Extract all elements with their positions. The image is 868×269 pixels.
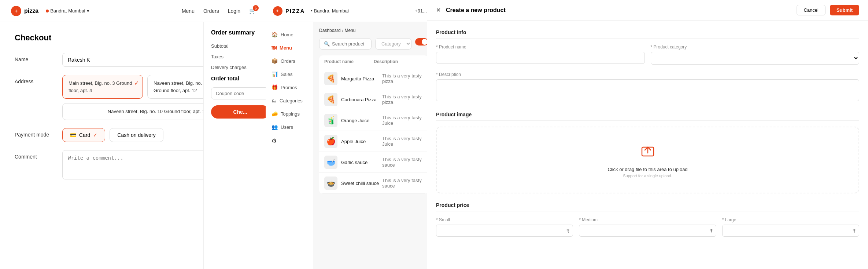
category-select[interactable]: Category (375, 38, 411, 50)
home-icon: 🏠 (272, 32, 278, 37)
toggle-switch[interactable] (415, 38, 428, 46)
product-name-1: Carbonara Pizza (341, 97, 382, 102)
menu-link[interactable]: Menu (182, 8, 195, 14)
product-name-0: Margarita Pizza (341, 76, 382, 81)
small-currency-symbol: ₹ (566, 228, 569, 233)
small-price-input[interactable] (436, 225, 573, 237)
dash-logo-icon: + (273, 6, 282, 16)
product-name-input[interactable] (436, 52, 645, 64)
cart-badge: 6 (253, 5, 259, 11)
product-image-section-title: Product image (436, 112, 859, 121)
payment-card-label-1: Cash on delivery (117, 132, 155, 138)
payment-check-icon: ✓ (93, 132, 97, 138)
panel-body: Product info * Product name * Product ca… (427, 21, 868, 269)
sales-icon: 📊 (272, 71, 278, 77)
delivery-label: Delivery charges (211, 65, 247, 70)
table-row[interactable]: 🍕 Margarita Pizza This is a very tasty p… (319, 68, 428, 89)
panel-actions: Cancel Submit (797, 5, 859, 15)
panel-title: Create a new product (446, 7, 506, 14)
settings-icon: ⚙ (272, 138, 277, 144)
small-label: * Small (436, 217, 573, 222)
product-name-3: Apple Juice (341, 139, 382, 144)
close-icon[interactable]: ✕ (436, 7, 441, 14)
address-card-text-1: Naveen street, Blg. no. 10 Ground floor,… (154, 80, 208, 93)
col-header-desc: Description (374, 59, 423, 64)
sidebar-item-menu[interactable]: 🍽 Menu (266, 41, 313, 54)
card-icon: 💳 (70, 132, 76, 138)
product-thumb-2: 🧃 (324, 114, 337, 127)
sidebar-item-sales[interactable]: 📊 Sales (266, 68, 313, 81)
subtotal-row: Subtotal (211, 43, 269, 49)
search-filter-row: 🔍 Category (319, 38, 428, 50)
sidebar-label-home: Home (281, 32, 293, 37)
search-input[interactable] (332, 41, 367, 47)
sidebar-item-orders[interactable]: 📦 Orders (266, 54, 313, 68)
medium-currency-symbol: ₹ (710, 228, 713, 233)
promos-icon: 🎁 (272, 84, 278, 90)
product-thumb-4: 🥣 (324, 156, 337, 169)
product-category-field-wrap: * Product category (651, 44, 860, 65)
medium-price-wrap: * Medium ₹ (579, 217, 716, 237)
medium-price-input-wrap: ₹ (579, 225, 716, 237)
sidebar-item-toppings[interactable]: 🧀 Toppings (266, 107, 313, 120)
login-link[interactable]: Login (228, 8, 240, 14)
taxes-row: Taxes (211, 54, 269, 59)
location-dot (46, 10, 49, 12)
order-summary-title: Order summary (211, 29, 269, 36)
cart-button[interactable]: 🛒 6 (249, 7, 256, 14)
payment-label: Payment mode (15, 128, 55, 138)
product-name-5: Sweet chilli sauce (341, 181, 382, 186)
sidebar-label-users: Users (281, 124, 293, 130)
large-price-input[interactable] (722, 225, 859, 237)
subtotal-label: Subtotal (211, 43, 229, 49)
description-label: * Description (436, 72, 859, 77)
coupon-input[interactable] (211, 87, 269, 99)
address-input-text: Naveen street, Blg. no. 10 Ground floor,… (108, 109, 207, 114)
table-row[interactable]: 🍎 Apple Juice This is a very tasty Juice (319, 131, 428, 152)
product-name-2: Orange Juice (341, 118, 382, 123)
sidebar-label-sales: Sales (281, 72, 293, 77)
sidebar-label-orders: Orders (281, 58, 295, 64)
submit-button[interactable]: Submit (830, 5, 859, 15)
payment-card-cod[interactable]: Cash on delivery (110, 128, 163, 142)
medium-label: * Medium (579, 217, 716, 222)
table-row[interactable]: 🍲 Sweet chilli sauce This is a very tast… (319, 173, 428, 194)
users-icon: 👥 (272, 124, 278, 130)
sidebar-item-users[interactable]: 👥 Users (266, 120, 313, 134)
nav-links: Menu Orders Login 🛒 6 (182, 7, 256, 14)
product-thumb-5: 🍲 (324, 177, 337, 190)
categories-icon: 🗂 (272, 98, 277, 103)
table-header: Product name Description (319, 55, 428, 68)
medium-price-input[interactable] (579, 225, 716, 237)
product-info-section-title: Product info (436, 29, 859, 39)
sidebar-bottom: ⚙ (266, 134, 313, 148)
product-info-grid: * Product name * Product category (436, 44, 859, 65)
product-category-label: * Product category (651, 44, 860, 50)
table-row[interactable]: 🥣 Garlic sauce This is a very tasty sauc… (319, 152, 428, 173)
payment-card-label-0: Card (79, 132, 90, 138)
dashboard-body: 🏠 Home 🍽 Menu 📦 Orders 📊 Sales 🎁 Promos … (266, 22, 434, 269)
table-row[interactable]: 🧃 Orange Juice This is a very tasty Juic… (319, 110, 428, 131)
product-thumb-1: 🍕 (324, 93, 337, 106)
breadcrumb-menu: Menu (344, 28, 355, 33)
sidebar-item-home[interactable]: 🏠 Home (266, 28, 313, 41)
checkout-button[interactable]: Che... (211, 105, 269, 119)
sidebar: 🏠 Home 🍽 Menu 📦 Orders 📊 Sales 🎁 Promos … (266, 22, 313, 269)
checkout-logo: + pizza (11, 6, 38, 16)
col-header-name: Product name (324, 59, 374, 64)
sidebar-item-promos[interactable]: 🎁 Promos (266, 81, 313, 94)
table-row[interactable]: 🍕 Carbonara Pizza This is a very tasty p… (319, 89, 428, 110)
address-card-0[interactable]: Main street, Blg. no. 3 Ground floor, ap… (62, 75, 143, 99)
payment-card-card[interactable]: 💳 Card ✓ (62, 128, 105, 142)
product-thumb-3: 🍎 (324, 135, 337, 148)
upload-area[interactable]: Click or drag file to this area to uploa… (436, 127, 859, 193)
upload-text: Click or drag file to this area to uploa… (444, 167, 851, 172)
search-box: 🔍 (319, 38, 372, 50)
product-desc-3: This is a very tasty Juice (382, 136, 423, 147)
product-category-select[interactable] (651, 52, 860, 65)
orders-link[interactable]: Orders (203, 8, 219, 14)
checkout-navbar: + pizza Bandra, Mumbai ▾ Menu Orders Log… (0, 0, 267, 22)
cancel-button[interactable]: Cancel (797, 5, 825, 15)
description-input[interactable] (436, 79, 859, 101)
sidebar-item-categories[interactable]: 🗂 Categories (266, 94, 313, 107)
